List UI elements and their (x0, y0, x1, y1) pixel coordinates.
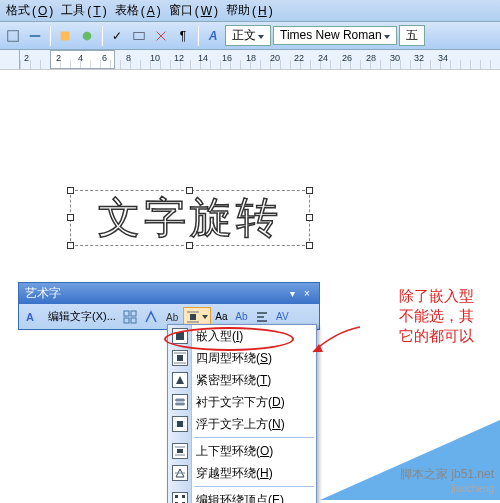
size-dropdown[interactable]: 五 (399, 25, 425, 46)
menu-tools[interactable]: 工具(T) (57, 0, 110, 21)
svg-rect-8 (131, 318, 136, 323)
toolbar-button-6[interactable] (129, 26, 149, 46)
svg-point-2 (83, 31, 92, 40)
svg-rect-15 (177, 421, 183, 427)
formatting-toolbar: ✓ ¶ A 正文 Times New Roman 五 (0, 22, 500, 50)
svg-rect-14 (176, 398, 184, 406)
wrap-front[interactable]: 浮于文字上方(N) (168, 413, 316, 435)
insert-wordart-button[interactable]: A (22, 307, 44, 326)
toolbar-button-4[interactable] (77, 26, 97, 46)
wrap-square[interactable]: 四周型环绕(S) (168, 347, 316, 369)
svg-rect-18 (175, 495, 178, 498)
gallery-button[interactable] (120, 307, 140, 326)
tight-wrap-icon (172, 372, 188, 388)
resize-handle[interactable] (186, 187, 193, 194)
svg-text:Ab: Ab (166, 312, 179, 323)
resize-handle[interactable] (67, 187, 74, 194)
text-wrapping-menu: 嵌入型(I) 四周型环绕(S) 紧密型环绕(T) 衬于文字下方(D) 浮于文字上… (167, 324, 317, 503)
style-dropdown[interactable]: 正文 (225, 25, 271, 46)
svg-rect-0 (8, 30, 19, 41)
menu-format[interactable]: 格式(O) (2, 0, 57, 21)
font-dropdown[interactable]: Times New Roman (273, 26, 397, 45)
format-button[interactable] (141, 307, 161, 326)
toolbar-button-7[interactable] (151, 26, 171, 46)
wrap-tight[interactable]: 紧密型环绕(T) (168, 369, 316, 391)
svg-text:A: A (26, 311, 34, 323)
toolbar-button-1[interactable] (3, 26, 23, 46)
svg-rect-7 (124, 318, 129, 323)
svg-rect-12 (177, 355, 183, 361)
svg-rect-3 (134, 32, 145, 39)
watermark: 脚本之家 jb51.net jiaocheng (400, 466, 494, 494)
toolbar-button-2[interactable] (25, 26, 45, 46)
resize-handle[interactable] (306, 242, 313, 249)
svg-marker-13 (176, 376, 184, 384)
menu-table[interactable]: 表格(A) (111, 0, 165, 21)
annotation-text: 除了嵌入型 不能选，其 它的都可以 (399, 286, 474, 346)
wrap-topbottom[interactable]: 上下型环绕(O) (168, 440, 316, 462)
wrap-behind[interactable]: 衬于文字下方(D) (168, 391, 316, 413)
resize-handle[interactable] (67, 214, 74, 221)
document-area[interactable]: 文字旋转 艺术字 ▾ × A 编辑文字(X)... Ab Aa Ab (0, 70, 500, 500)
svg-rect-16 (177, 449, 183, 453)
svg-rect-11 (176, 332, 184, 340)
resize-handle[interactable] (306, 214, 313, 221)
toolbar-button-5[interactable]: ✓ (107, 26, 127, 46)
toolbar-button-3[interactable] (55, 26, 75, 46)
menu-window[interactable]: 窗口(W) (165, 0, 222, 21)
svg-rect-5 (124, 311, 129, 316)
edit-points-icon (172, 492, 188, 503)
topbottom-wrap-icon (172, 443, 188, 459)
ruler: 2 2 4 6 8 10 12 14 16 18 20 22 24 26 28 … (0, 50, 500, 70)
toolbar-dropdown-icon[interactable]: ▾ (286, 288, 298, 300)
svg-rect-6 (131, 311, 136, 316)
wordart-toolbar-title[interactable]: 艺术字 ▾ × (19, 283, 319, 304)
resize-handle[interactable] (306, 187, 313, 194)
font-color-button[interactable]: A (203, 26, 223, 46)
svg-rect-1 (61, 31, 70, 40)
toolbar-button-8[interactable]: ¶ (173, 26, 193, 46)
close-icon[interactable]: × (301, 288, 313, 300)
resize-handle[interactable] (67, 242, 74, 249)
menubar: 格式(O) 工具(T) 表格(A) 窗口(W) 帮助(H) (0, 0, 500, 22)
wrap-edit-points[interactable]: 编辑环绕顶点(E) (168, 489, 316, 503)
wrap-inline[interactable]: 嵌入型(I) (168, 325, 316, 347)
resize-handle[interactable] (186, 242, 193, 249)
wrap-through[interactable]: 穿越型环绕(H) (168, 462, 316, 484)
behind-text-icon (172, 394, 188, 410)
svg-rect-10 (190, 314, 196, 320)
wordart-text: 文字旋转 (98, 190, 282, 246)
wordart-toolbar: 艺术字 ▾ × A 编辑文字(X)... Ab Aa Ab AV (18, 282, 320, 330)
edit-text-button[interactable]: 编辑文字(X)... (45, 307, 119, 326)
square-wrap-icon (172, 350, 188, 366)
svg-rect-19 (182, 495, 185, 498)
through-wrap-icon (172, 465, 188, 481)
horizontal-ruler[interactable]: 2 2 4 6 8 10 12 14 16 18 20 22 24 26 28 … (20, 50, 500, 69)
wordart-object[interactable]: 文字旋转 (70, 190, 310, 246)
front-text-icon (172, 416, 188, 432)
inline-icon (172, 328, 188, 344)
menu-help[interactable]: 帮助(H) (222, 0, 277, 21)
